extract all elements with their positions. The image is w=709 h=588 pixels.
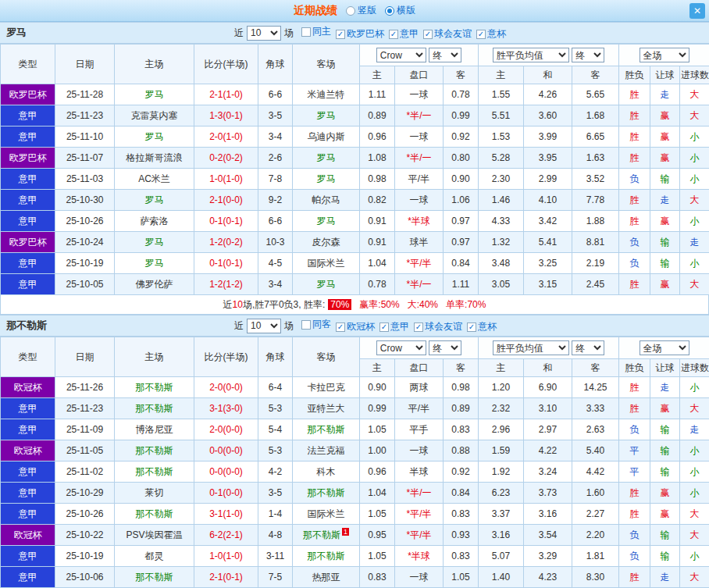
home-team[interactable]: 莱切 xyxy=(115,483,194,504)
filter-bar: 近 10 场 同主✓欧罗巴杯✓意甲✓球会友谊✓意杯 xyxy=(234,25,506,41)
away-team[interactable]: 国际米兰 xyxy=(293,253,360,274)
away-team[interactable]: 皮尔森 xyxy=(293,232,360,253)
home-team[interactable]: 都灵 xyxy=(115,546,194,567)
eu-draw-odds: 3.24 xyxy=(524,461,572,483)
home-team[interactable]: 博洛尼亚 xyxy=(115,419,194,440)
result-cell: 胜 xyxy=(619,148,650,169)
home-team[interactable]: 那不勒斯 xyxy=(115,567,194,588)
home-team[interactable]: 那不勒斯 xyxy=(115,461,194,483)
league-cell: 意甲 xyxy=(1,274,55,295)
match-row: 欧罗巴杯25-11-07格拉斯哥流浪0-2(0-2)2-6罗马1.08*半/一0… xyxy=(1,148,709,169)
away-team[interactable]: 罗马 xyxy=(293,105,360,127)
away-team[interactable]: 亚特兰大 xyxy=(293,398,360,419)
europe-final-select[interactable]: 终 xyxy=(572,340,604,355)
away-team[interactable]: 罗马 xyxy=(293,274,360,295)
col-handicap: 盘口 xyxy=(395,359,444,377)
away-team[interactable]: 那不勒斯 xyxy=(293,546,360,567)
filter-checkbox[interactable]: ✓意甲 xyxy=(379,320,409,333)
filter-checkbox[interactable]: ✓欧罗巴杯 xyxy=(336,27,384,41)
away-team[interactable]: 罗马 xyxy=(293,148,360,169)
away-team[interactable]: 法兰克福 xyxy=(293,440,360,461)
home-team[interactable]: 罗马 xyxy=(115,127,194,148)
handicap-result-cell: 赢 xyxy=(650,483,680,504)
league-cell: 欧罗巴杯 xyxy=(1,148,55,169)
home-team[interactable]: 格拉斯哥流浪 xyxy=(115,148,194,169)
filter-checkbox[interactable]: ✓意杯 xyxy=(476,27,506,41)
corners-cell: 4-5 xyxy=(258,253,293,274)
checkbox-unchecked-icon xyxy=(301,320,311,330)
handicap-cell: 球半 xyxy=(395,232,444,253)
goals-result-cell: 大 xyxy=(680,105,709,127)
home-team[interactable]: 罗马 xyxy=(115,84,194,105)
goals-result-cell: 大 xyxy=(680,525,709,546)
home-team[interactable]: 那不勒斯 xyxy=(115,398,194,419)
home-team[interactable]: 那不勒斯 xyxy=(115,377,194,398)
home-team[interactable]: 佛罗伦萨 xyxy=(115,274,194,295)
away-team[interactable]: 那不勒斯1 xyxy=(293,525,360,546)
away-team[interactable]: 热那亚 xyxy=(293,567,360,588)
filter-checkbox[interactable]: ✓欧冠杯 xyxy=(336,320,375,333)
layout-radio-vertical[interactable]: 竖版 xyxy=(346,4,376,17)
away-team[interactable]: 卡拉巴克 xyxy=(293,377,360,398)
bookmaker-select[interactable]: Crow xyxy=(376,340,426,355)
asian-final-select[interactable]: 终 xyxy=(429,48,461,62)
close-icon[interactable]: ✕ xyxy=(689,3,705,19)
eu-draw-odds: 3.29 xyxy=(524,546,572,567)
bookmaker-select[interactable]: Crow xyxy=(376,48,426,62)
eu-draw-odds: 3.73 xyxy=(524,483,572,504)
handicap-cell: 平/半 xyxy=(395,169,444,190)
away-team[interactable]: 米迪兰特 xyxy=(293,84,360,105)
date-cell: 25-11-03 xyxy=(55,169,115,190)
handicap-result-cell: 输 xyxy=(650,232,680,253)
handicap-cell: 一球 xyxy=(395,84,444,105)
home-team[interactable]: 克雷莫内塞 xyxy=(115,105,194,127)
filter-checkbox[interactable]: ✓意甲 xyxy=(389,27,419,41)
eu-draw-odds: 4.10 xyxy=(524,190,572,211)
home-team[interactable]: 罗马 xyxy=(115,253,194,274)
handicap-cell: *平/半 xyxy=(395,504,444,525)
checkbox-checked-icon: ✓ xyxy=(467,323,476,332)
away-team[interactable]: 科木 xyxy=(293,461,360,483)
home-team[interactable]: 罗马 xyxy=(115,232,194,253)
date-cell: 25-10-19 xyxy=(55,253,115,274)
away-team[interactable]: 罗马 xyxy=(293,169,360,190)
eu-away-odds: 5.40 xyxy=(572,440,619,461)
avg-odds-select[interactable]: 胜平负均值 xyxy=(493,48,569,62)
filter-checkbox[interactable]: ✓球会友谊 xyxy=(423,27,472,41)
away-team[interactable]: 那不勒斯 xyxy=(293,483,360,504)
away-team[interactable]: 罗马 xyxy=(293,211,360,232)
ah-home-odds: 0.99 xyxy=(360,398,395,419)
home-team[interactable]: 萨索洛 xyxy=(115,211,194,232)
home-team[interactable]: AC米兰 xyxy=(115,169,194,190)
scope-select[interactable]: 全场 xyxy=(640,48,689,62)
away-team[interactable]: 乌迪内斯 xyxy=(293,127,360,148)
away-team[interactable]: 那不勒斯 xyxy=(293,419,360,440)
filter-checkbox[interactable]: ✓球会友谊 xyxy=(414,320,462,333)
filter-checkbox[interactable]: 同主 xyxy=(301,25,331,38)
asian-final-select[interactable]: 终 xyxy=(429,340,461,355)
europe-final-select[interactable]: 终 xyxy=(572,48,604,62)
avg-odds-select[interactable]: 胜平负均值 xyxy=(493,340,569,355)
scope-select[interactable]: 全场 xyxy=(640,340,689,355)
layout-radio-horizontal[interactable]: 横版 xyxy=(385,4,415,17)
filter-checkbox[interactable]: 同客 xyxy=(301,318,331,331)
match-count-select[interactable]: 10 xyxy=(247,319,281,333)
home-team[interactable]: 那不勒斯 xyxy=(115,504,194,525)
away-team[interactable]: 帕尔马 xyxy=(293,190,360,211)
eu-away-odds: 8.30 xyxy=(572,567,619,588)
match-count-select[interactable]: 10 xyxy=(247,26,281,41)
eu-home-odds: 4.33 xyxy=(479,211,524,232)
away-team[interactable]: 国际米兰 xyxy=(293,504,360,525)
handicap-cell: *半球 xyxy=(395,211,444,232)
result-cell: 胜 xyxy=(619,398,650,419)
eu-home-odds: 2.96 xyxy=(479,419,524,440)
filter-checkbox[interactable]: ✓意杯 xyxy=(467,320,497,333)
near-label: 近 xyxy=(234,27,244,40)
home-team[interactable]: PSV埃因霍温 xyxy=(115,525,194,546)
checkbox-label: 球会友谊 xyxy=(434,27,472,41)
europe-odds-header: 胜平负均值 终 xyxy=(479,45,619,66)
home-team[interactable]: 罗马 xyxy=(115,190,194,211)
radio-unselected-icon xyxy=(346,6,355,16)
result-cell: 平 xyxy=(619,440,650,461)
home-team[interactable]: 那不勒斯 xyxy=(115,440,194,461)
